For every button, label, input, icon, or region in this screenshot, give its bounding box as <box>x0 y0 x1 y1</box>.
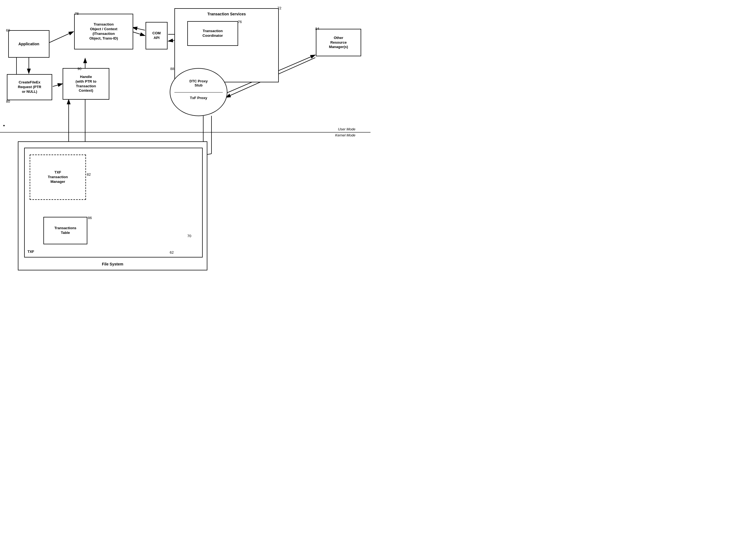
handle-box: Handle(with PTR toTransactionContext) <box>63 68 109 100</box>
ref-80: 80 <box>6 99 10 103</box>
transaction-coordinator-box: TransactionCoordinator <box>187 21 238 46</box>
diagram: Application TransactionObject / Context(… <box>0 0 370 280</box>
handle-label: Handle(with PTR toTransactionContext) <box>75 75 96 93</box>
transactions-table-box: TransactionsTable <box>44 217 87 244</box>
createfileex-label: CreateFileExRequest (PTRor NULL) <box>18 80 41 94</box>
other-rm-label: OtherResourceManager(s) <box>329 36 348 50</box>
transaction-object-label: TransactionObject / Context(ITransaction… <box>89 22 118 41</box>
ref-78: 78 <box>75 11 78 16</box>
svg-line-6 <box>132 27 145 30</box>
createfileex-box: CreateFileExRequest (PTRor NULL) <box>7 74 52 100</box>
transaction-object-box: TransactionObject / Context(ITransaction… <box>74 14 133 50</box>
application-box: Application <box>8 30 50 58</box>
transaction-coordinator-label: TransactionCoordinator <box>202 29 223 38</box>
com-api-box: COMAPI <box>146 22 167 50</box>
ref-82: 82 <box>87 172 91 176</box>
svg-line-17 <box>53 84 63 86</box>
ref-84: 84 <box>315 27 319 31</box>
ref-76: 76 <box>238 20 242 24</box>
dtc-proxy-top-label: DTC ProxyStub <box>170 79 227 87</box>
ref-90: 90 <box>77 67 81 71</box>
ref-62: 62 <box>170 250 174 254</box>
dtc-proxy-container: DTC ProxyStub TxF Proxy <box>170 68 227 116</box>
ref-86: 86 <box>88 216 92 220</box>
dot-marker <box>3 125 5 126</box>
dtc-proxy-ellipse: DTC ProxyStub TxF Proxy <box>170 68 227 116</box>
svg-line-4 <box>50 31 74 43</box>
transaction-services-title: Transaction Services <box>207 11 246 16</box>
dtc-proxy-bottom-label: TxF Proxy <box>170 96 227 100</box>
txf-label: TXF <box>27 249 34 254</box>
transactions-table-label: TransactionsTable <box>54 226 76 235</box>
file-system-label: File System <box>102 262 123 266</box>
ref-88: 88 <box>170 67 174 71</box>
svg-line-5 <box>132 31 145 36</box>
other-rm-box: OtherResourceManager(s) <box>316 29 361 56</box>
ref-70: 70 <box>187 234 191 238</box>
application-label: Application <box>18 42 39 47</box>
com-api-label: COMAPI <box>152 31 161 41</box>
kernel-mode-label: Kernel Mode <box>335 133 355 137</box>
txf-tm-label: TXFTransactionManager <box>48 170 68 184</box>
ref-72: 72 <box>277 6 281 10</box>
ref-60: 60 <box>6 28 10 32</box>
txf-tm-box: TXFTransactionManager <box>30 155 86 200</box>
user-mode-label: User Mode <box>338 127 355 131</box>
